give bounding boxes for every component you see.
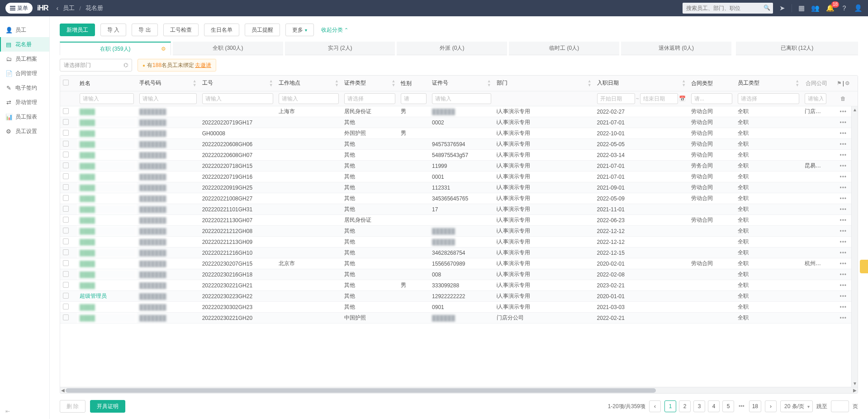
tab-4[interactable]: 临时工 (0人) xyxy=(509,42,619,55)
table-row[interactable]: ███████████202220220608GH06其他94575376594… xyxy=(60,139,858,150)
table-row[interactable]: ███████████202220221213GH09其他██████i人事演示… xyxy=(60,237,858,248)
row-actions-icon[interactable]: ••• xyxy=(840,228,847,234)
sidebar-item-1[interactable]: ▤花名册 xyxy=(0,37,49,52)
tab-2[interactable]: 实习 (2人) xyxy=(285,42,395,55)
table-row[interactable]: ███████████上海市居民身份证男██████i人事演示专用2022-02… xyxy=(60,106,858,117)
cell-name[interactable]: ████ xyxy=(77,204,137,215)
cell-name[interactable]: ████ xyxy=(77,128,137,139)
table-row[interactable]: ███████████GH00008外国护照男i人事演示专用2022-10-01… xyxy=(60,128,858,139)
dept-select[interactable]: 请选择部门 ⌬ xyxy=(60,59,132,71)
sidebar-item-0[interactable]: 👤员工 xyxy=(0,23,49,37)
export-button[interactable]: 导 出 xyxy=(132,24,157,36)
row-checkbox[interactable] xyxy=(63,141,69,147)
cell-name[interactable]: ████ xyxy=(77,280,137,291)
row-actions-icon[interactable]: ••• xyxy=(840,206,847,213)
table-row[interactable]: ███████████202220230221GH20中国护照██████门店分… xyxy=(60,313,858,324)
row-actions-icon[interactable]: ••• xyxy=(840,250,847,256)
global-search[interactable]: 🔍 xyxy=(683,3,773,14)
row-actions-icon[interactable]: ••• xyxy=(840,217,847,224)
cell-name[interactable]: ████ xyxy=(77,302,137,313)
cell-name[interactable]: ████ xyxy=(77,161,137,171)
col-sex[interactable]: 性别 xyxy=(398,76,429,91)
sidebar-item-2[interactable]: 🗂员工档案 xyxy=(0,52,49,66)
org-tree-icon[interactable]: ⌬ xyxy=(123,62,128,68)
filter-idtype-select[interactable] xyxy=(344,93,395,104)
row-checkbox[interactable] xyxy=(63,217,69,223)
scroll-thumb[interactable] xyxy=(66,388,656,393)
cell-name[interactable]: ████ xyxy=(77,106,137,117)
col-etype[interactable]: 员工类型▲▼ xyxy=(735,76,802,91)
sidebar-item-3[interactable]: 📄合同管理 xyxy=(0,66,49,81)
id-check-button[interactable]: 工号检查 xyxy=(163,24,199,36)
filter-date-start[interactable] xyxy=(597,93,635,104)
sidebar-item-7[interactable]: ⚙员工设置 xyxy=(0,124,49,138)
back-icon[interactable]: ‹ xyxy=(57,5,59,12)
help-icon[interactable]: ？ xyxy=(841,4,848,13)
page-button-4[interactable]: 4 xyxy=(708,400,720,412)
tab-3[interactable]: 外派 (0人) xyxy=(397,42,507,55)
filter-etype-select[interactable] xyxy=(738,93,799,104)
table-row[interactable]: ███████████202220220718GH15其他11999i人事演示专… xyxy=(60,161,858,171)
user-icon[interactable]: 👤 xyxy=(854,4,863,12)
table-row[interactable]: ███████████202220221130GH07居民身份证i人事演示专用2… xyxy=(60,215,858,226)
scroll-down-icon[interactable]: ▼ xyxy=(853,381,857,386)
cell-name[interactable]: ████ xyxy=(77,248,137,258)
row-checkbox[interactable] xyxy=(63,206,69,212)
tab-0[interactable]: 在职 (359人)⚙ xyxy=(60,42,171,55)
filter-co-input[interactable] xyxy=(805,93,826,104)
row-checkbox[interactable] xyxy=(63,228,69,233)
clear-filters-icon[interactable]: 🗑 xyxy=(840,95,846,102)
table-row[interactable]: ███████████202220221216GH10其他34628268754… xyxy=(60,248,858,258)
import-button[interactable]: 导 入 xyxy=(100,24,126,36)
row-actions-icon[interactable]: ••• xyxy=(840,304,847,310)
cell-name[interactable]: ████ xyxy=(77,258,137,269)
row-checkbox[interactable] xyxy=(63,162,69,168)
tab-6[interactable]: 已离职 (12人) xyxy=(736,42,858,55)
table-row[interactable]: ███████████202220221212GH08其他██████i人事演示… xyxy=(60,226,858,237)
row-checkbox[interactable] xyxy=(63,282,69,288)
filter-ctype-select[interactable] xyxy=(691,93,732,104)
table-row[interactable]: ███████████202220230221GH21其他男333099288i… xyxy=(60,280,858,291)
filter-phone-input[interactable] xyxy=(139,93,197,104)
table-row[interactable]: ███████████202220230302GH23其他0901i人事演示专用… xyxy=(60,302,858,313)
row-checkbox[interactable] xyxy=(63,249,69,255)
filter-empid-input[interactable] xyxy=(202,93,273,104)
next-page-button[interactable]: › xyxy=(765,400,777,412)
filter-date-end[interactable] xyxy=(640,93,678,104)
page-size-select[interactable]: 20 条/页 xyxy=(780,400,813,412)
row-actions-icon[interactable]: ••• xyxy=(840,109,847,115)
row-actions-icon[interactable]: ••• xyxy=(840,119,847,126)
cell-name[interactable]: ████ xyxy=(77,182,137,193)
vertical-scrollbar[interactable]: ▲ ▼ xyxy=(851,106,858,387)
row-actions-icon[interactable]: ••• xyxy=(840,293,847,300)
page-button-5[interactable]: 5 xyxy=(722,400,734,412)
jump-page-input[interactable] xyxy=(831,400,849,412)
row-checkbox[interactable] xyxy=(63,119,69,125)
horizontal-scrollbar[interactable]: ◀ ▶ xyxy=(60,387,858,393)
row-checkbox[interactable] xyxy=(63,271,69,277)
table-row[interactable]: ███████████202220221008GH27其他34536564576… xyxy=(60,193,858,204)
calendar-icon[interactable]: 📅 xyxy=(679,95,686,102)
row-actions-icon[interactable]: ••• xyxy=(840,239,847,245)
send-icon[interactable]: ➤ xyxy=(779,4,785,12)
row-actions-icon[interactable]: ••• xyxy=(840,261,847,267)
row-checkbox[interactable] xyxy=(63,173,69,179)
row-actions-icon[interactable]: ••• xyxy=(840,141,847,148)
cell-name[interactable]: ████ xyxy=(77,171,137,182)
row-checkbox[interactable] xyxy=(63,304,69,309)
table-row[interactable]: ███████████202220220719GH17其他0002i人事演示专用… xyxy=(60,117,858,128)
col-idtype[interactable]: 证件类型▲▼ xyxy=(342,76,398,91)
row-actions-icon[interactable]: ••• xyxy=(840,195,847,202)
page-button-1[interactable]: 1 xyxy=(664,400,676,412)
tab-5[interactable]: 退休返聘 (0人) xyxy=(621,42,731,55)
tab-1[interactable]: 全职 (300人) xyxy=(173,42,283,55)
col-loc[interactable]: 工作地点▲▼ xyxy=(276,76,342,91)
col-dept[interactable]: 部门▲▼ xyxy=(494,76,594,91)
add-employee-button[interactable]: 新增员工 xyxy=(60,24,95,36)
table-row[interactable]: ███████████202220230207GH15北京市其他15565670… xyxy=(60,258,858,269)
row-actions-icon[interactable]: ••• xyxy=(840,185,847,191)
filter-icon[interactable]: ⚑ xyxy=(837,80,842,86)
qrcode-icon[interactable]: ▦ xyxy=(792,4,805,12)
select-all-checkbox[interactable] xyxy=(63,80,69,86)
row-actions-icon[interactable]: ••• xyxy=(840,174,847,180)
